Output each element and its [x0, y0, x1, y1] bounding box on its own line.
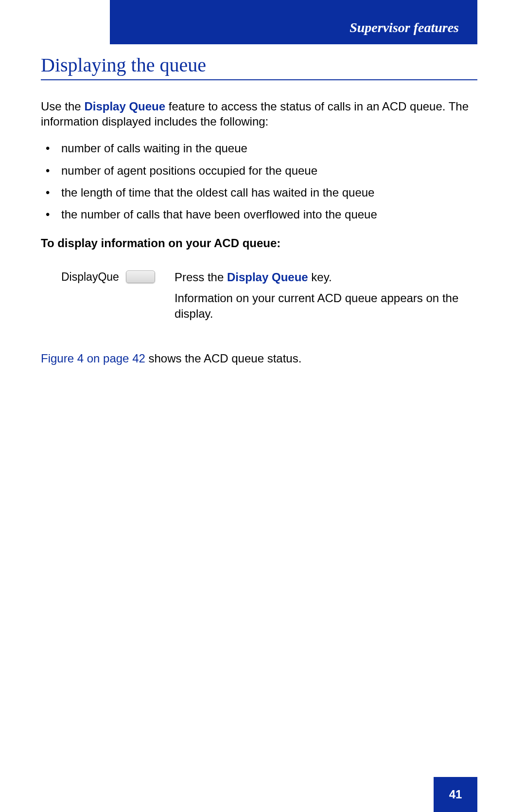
reference-rest: shows the ACD queue status. — [145, 352, 302, 365]
instruction-l1-suffix: key. — [308, 271, 332, 284]
list-item: number of agent positions occupied for t… — [61, 163, 477, 178]
key-label: DisplayQue — [61, 270, 119, 284]
bullet-list: number of calls waiting in the queue num… — [41, 141, 477, 222]
list-item: number of calls waiting in the queue — [61, 141, 477, 156]
instruction-l1-bold: Display Queue — [227, 271, 308, 284]
page-title: Displaying the queue — [41, 54, 477, 80]
footer-banner: 41 — [434, 777, 477, 812]
intro-prefix: Use the — [41, 100, 84, 113]
instruction-row: DisplayQue Press the Display Queue key. … — [41, 270, 477, 322]
list-item: the number of calls that have been overf… — [61, 207, 477, 222]
page-number: 41 — [449, 788, 462, 801]
list-item: the length of time that the oldest call … — [61, 185, 477, 200]
display-queue-key-icon — [126, 271, 155, 283]
instruction-line-1: Press the Display Queue key. — [175, 270, 477, 285]
intro-paragraph: Use the Display Queue feature to access … — [41, 99, 477, 129]
header-section-title: Supervisor features — [350, 20, 459, 36]
reference-text: Figure 4 on page 42 shows the ACD queue … — [41, 351, 477, 366]
subsection-title: To display information on your ACD queue… — [41, 236, 477, 250]
feature-name-highlight: Display Queue — [84, 100, 165, 113]
instruction-line-2: Information on your current ACD queue ap… — [175, 290, 477, 322]
instruction-l1-prefix: Press the — [175, 271, 227, 284]
header-banner: Supervisor features — [110, 0, 477, 44]
instruction-text: Press the Display Queue key. Information… — [175, 270, 477, 322]
figure-reference-link[interactable]: Figure 4 on page 42 — [41, 352, 145, 365]
page-content: Displaying the queue Use the Display Que… — [41, 54, 477, 366]
